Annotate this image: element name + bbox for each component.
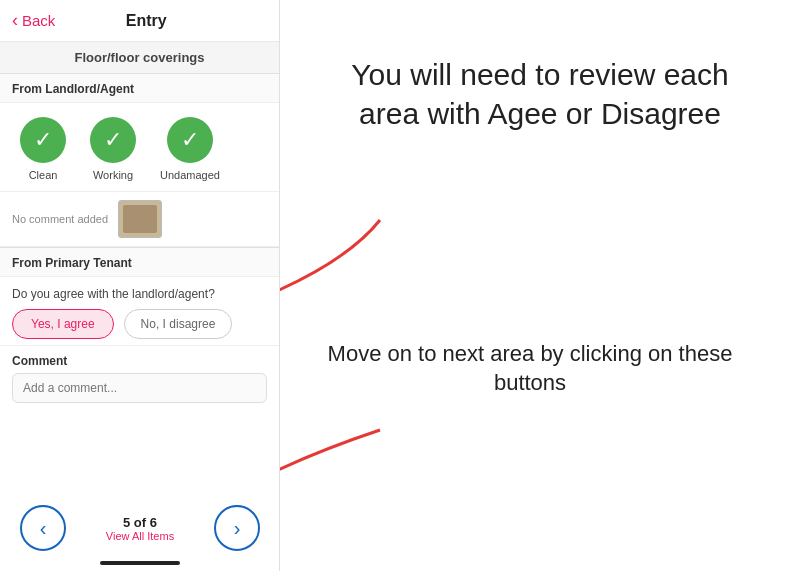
comment-input[interactable] (12, 373, 267, 403)
section-heading: Floor/floor coverings (0, 42, 279, 74)
clean-label: Clean (29, 169, 58, 181)
page-title: Entry (55, 12, 237, 30)
bottom-navigation: ‹ 5 of 6 View All Items › (0, 505, 280, 551)
working-item: ✓ Working (90, 117, 136, 181)
annotation-text-2: Move on to next area by clicking on thes… (300, 340, 760, 397)
clean-check-icon: ✓ (20, 117, 66, 163)
annotation-area: You will need to review each area with A… (280, 0, 800, 571)
working-label: Working (93, 169, 133, 181)
rug-thumbnail (118, 200, 162, 238)
comment-label: Comment (12, 354, 267, 368)
prev-icon: ‹ (40, 517, 47, 540)
clean-item: ✓ Clean (20, 117, 66, 181)
from-tenant-label: From Primary Tenant (0, 247, 279, 277)
undamaged-label: Undamaged (160, 169, 220, 181)
annotation-text-1: You will need to review each area with A… (330, 55, 750, 133)
header: ‹ Back Entry (0, 0, 279, 42)
back-chevron-icon: ‹ (12, 10, 18, 31)
next-icon: › (234, 517, 241, 540)
from-landlord-label: From Landlord/Agent (0, 74, 279, 103)
agree-buttons: Yes, I agree No, I disagree (12, 309, 267, 339)
bottom-bar (100, 561, 180, 565)
view-all-link[interactable]: View All Items (86, 530, 194, 542)
next-button[interactable]: › (214, 505, 260, 551)
mobile-panel: ‹ Back Entry Floor/floor coverings From … (0, 0, 280, 571)
undamaged-item: ✓ Undamaged (160, 117, 220, 181)
working-check-icon: ✓ (90, 117, 136, 163)
yes-agree-button[interactable]: Yes, I agree (12, 309, 114, 339)
nav-center: 5 of 6 View All Items (86, 515, 194, 542)
no-comment-section: No comment added (0, 192, 279, 247)
condition-icons-row: ✓ Clean ✓ Working ✓ Undamaged (0, 103, 279, 192)
comment-section: Comment (0, 345, 279, 409)
agree-section: Do you agree with the landlord/agent? Ye… (0, 277, 279, 345)
nav-count: 5 of 6 (86, 515, 194, 530)
back-label: Back (22, 12, 55, 29)
agree-question: Do you agree with the landlord/agent? (12, 287, 267, 301)
no-disagree-button[interactable]: No, I disagree (124, 309, 233, 339)
no-comment-text: No comment added (12, 213, 108, 225)
undamaged-check-icon: ✓ (167, 117, 213, 163)
back-button[interactable]: ‹ Back (12, 10, 55, 31)
prev-button[interactable]: ‹ (20, 505, 66, 551)
